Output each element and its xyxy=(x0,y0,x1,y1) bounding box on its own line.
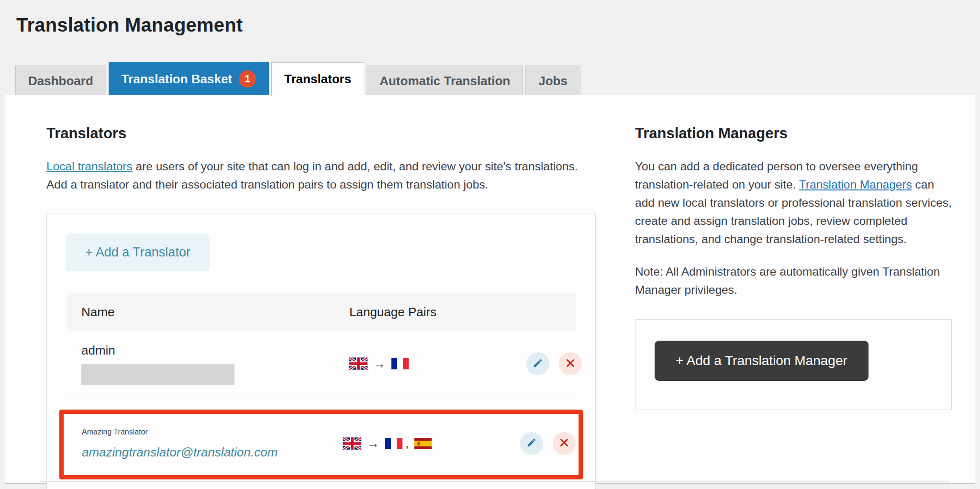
flag-uk-icon xyxy=(349,357,368,370)
add-translator-button[interactable]: + Add a Translator xyxy=(66,233,210,271)
edit-translator-button[interactable] xyxy=(526,352,549,375)
table-header-row: Name Language Pairs xyxy=(66,293,576,331)
arrow-icon: → xyxy=(373,356,386,371)
translator-name: Amazing Translator xyxy=(82,427,343,437)
flag-spain-icon xyxy=(414,437,432,450)
delete-translator-button[interactable] xyxy=(553,432,576,455)
delete-translator-button[interactable] xyxy=(559,352,582,375)
pencil-icon xyxy=(526,437,537,449)
close-x-icon xyxy=(565,358,576,370)
tab-jobs[interactable]: Jobs xyxy=(525,66,580,95)
add-translation-manager-button[interactable]: + Add a Translation Manager xyxy=(655,341,869,381)
table-row-amazing-translator-highlighted: Amazing Translator amazingtranslator@tra… xyxy=(59,410,583,480)
tab-dashboard-label: Dashboard xyxy=(28,67,93,95)
column-header-language-pairs: Language Pairs xyxy=(349,305,526,320)
translators-panel: + Add a Translator Name Language Pairs a… xyxy=(46,213,596,489)
flag-france-icon xyxy=(385,437,402,450)
translators-intro: Local translators are users of your site… xyxy=(46,157,597,194)
flag-uk-icon xyxy=(343,437,361,450)
tab-automatic-translation[interactable]: Automatic Translation xyxy=(367,66,523,95)
close-x-icon xyxy=(559,437,569,449)
table-row-admin: admin xyxy=(66,331,576,399)
arrow-icon: → xyxy=(367,436,379,451)
comma-separator: , xyxy=(405,436,409,451)
translators-column: Translators Local translators are users … xyxy=(46,125,597,489)
translators-heading: Translators xyxy=(46,125,597,142)
add-manager-panel: + Add a Translation Manager xyxy=(635,319,952,410)
tab-translation-basket-label: Translation Basket xyxy=(122,65,232,93)
tab-translators[interactable]: Translators xyxy=(271,62,364,96)
flag-france-icon xyxy=(391,357,409,370)
translators-table: Name Language Pairs admin xyxy=(66,293,576,479)
translation-managers-link[interactable]: Translation Managers xyxy=(799,178,912,191)
tab-content-panel: Translators Local translators are users … xyxy=(5,95,975,484)
tab-dashboard[interactable]: Dashboard xyxy=(15,66,106,95)
translation-managers-description: You can add a dedicated person to overse… xyxy=(635,157,952,248)
translator-email: amazingtranslator@translation.com xyxy=(82,445,343,460)
translation-managers-heading: Translation Managers xyxy=(635,125,952,142)
edit-translator-button[interactable] xyxy=(520,432,543,455)
administrators-note: Note: All Administrators are automatical… xyxy=(635,263,952,299)
translator-name: admin xyxy=(81,343,349,358)
tab-jobs-label: Jobs xyxy=(538,67,568,95)
local-translators-link[interactable]: Local translators xyxy=(46,160,133,173)
pencil-icon xyxy=(533,358,543,370)
tab-translators-label: Translators xyxy=(284,65,351,93)
redacted-email-placeholder xyxy=(81,364,234,385)
section-divider xyxy=(40,481,950,482)
page-title: Translation Management xyxy=(0,0,980,36)
tab-automatic-translation-label: Automatic Translation xyxy=(379,67,510,95)
basket-count-badge: 1 xyxy=(239,70,256,88)
tab-translation-basket[interactable]: Translation Basket 1 xyxy=(109,62,269,95)
tab-bar: Dashboard Translation Basket 1 Translato… xyxy=(15,62,980,95)
translation-managers-column: Translation Managers You can add a dedic… xyxy=(635,125,952,489)
column-header-name: Name xyxy=(81,305,349,320)
